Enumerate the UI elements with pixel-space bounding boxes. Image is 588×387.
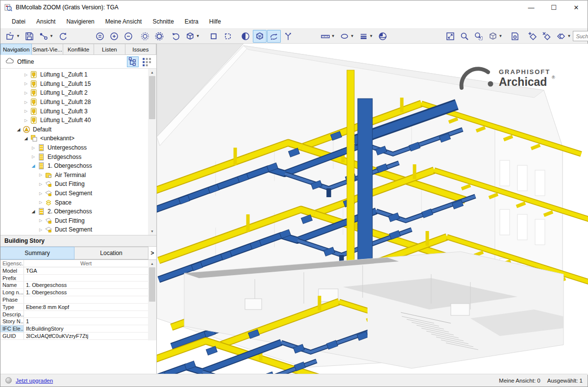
tree-item-l-ftung-l-zuluft-1[interactable]: ▷Lüftung L_Zuluft 1: [0, 70, 156, 79]
tree-item-l-ftung-l-zuluft-2[interactable]: ▷Lüftung L_Zuluft 2: [0, 88, 156, 98]
measure-button[interactable]: ▼: [318, 30, 337, 43]
save-viewpoint-button[interactable]: [508, 30, 522, 43]
orbit-button[interactable]: [267, 30, 281, 43]
scroll-thumb[interactable]: [149, 267, 155, 302]
tree-scrollbar[interactable]: ▲ ▼: [148, 69, 156, 235]
close-button[interactable]: ✕: [565, 0, 588, 14]
spotlight-button[interactable]: [138, 30, 152, 43]
grid-view-button[interactable]: [141, 56, 152, 67]
minimize-button[interactable]: —: [520, 0, 542, 14]
section-cube-button[interactable]: [239, 30, 252, 43]
expand-arrow-icon[interactable]: ▷: [30, 155, 37, 159]
tree-item-untergeschoss[interactable]: ▷Untergeschoss: [0, 143, 156, 153]
connection-button[interactable]: ▼: [37, 30, 55, 43]
expand-arrow-icon[interactable]: ▷: [37, 182, 44, 186]
panel-tab-summary[interactable]: Summary: [0, 247, 74, 259]
expand-arrow-icon[interactable]: ▷: [23, 118, 29, 123]
search-input[interactable]: [573, 31, 588, 41]
tree-item-l-ftung-l-zuluft-28[interactable]: ▷Lüftung L_Zuluft 28: [0, 98, 156, 107]
tab-smart-vie-[interactable]: Smart-Vie...: [32, 44, 63, 55]
expand-arrow-icon[interactable]: ▷: [23, 73, 29, 77]
tree-item-duct-segment[interactable]: ▷Duct Segment: [0, 189, 156, 198]
hide-smartview-button[interactable]: [540, 30, 554, 43]
sphere-view-button[interactable]: [376, 30, 390, 43]
tree-item-default[interactable]: ◢Default: [0, 125, 156, 134]
tree-item-2-obergeschoss[interactable]: ◢2. Obergeschoss: [0, 207, 156, 216]
line-weight-button[interactable]: ▼: [357, 30, 375, 43]
property-row-prefix[interactable]: Prefix: [0, 275, 148, 282]
zoom-window-button[interactable]: [458, 30, 471, 43]
refresh-button[interactable]: [56, 30, 70, 43]
tab-navigation[interactable]: Navigation: [0, 44, 32, 55]
zoom-in-button[interactable]: [107, 30, 121, 43]
clip-box-button[interactable]: [207, 30, 220, 43]
add-smartview-button[interactable]: [526, 30, 539, 43]
property-row-type[interactable]: TypeEbene:8 mm Kopf: [0, 304, 148, 311]
panel-more-button[interactable]: >: [148, 247, 156, 259]
tree-item-erdgeschoss[interactable]: ▷Erdgeschoss: [0, 152, 156, 161]
3d-viewport[interactable]: GRAPHISOFT Archicad ®: [157, 44, 588, 375]
property-row-story-n-[interactable]: Story N...1: [0, 318, 148, 325]
3d-model-canvas[interactable]: GRAPHISOFT Archicad ®: [157, 44, 588, 375]
dropdown-caret-icon[interactable]: ▼: [369, 34, 373, 38]
expand-arrow-icon[interactable]: ▷: [37, 191, 44, 196]
tree-item-duct-fitting[interactable]: ▷Duct Fitting: [0, 216, 156, 226]
dropdown-caret-icon[interactable]: ▼: [16, 34, 20, 38]
dropdown-caret-icon[interactable]: ▼: [331, 34, 335, 38]
fit-view-button[interactable]: [443, 30, 457, 43]
dropdown-caret-icon[interactable]: ▼: [49, 34, 53, 38]
tab-konflikte[interactable]: Konflikte: [63, 44, 94, 55]
tab-issues[interactable]: Issues: [125, 44, 156, 55]
panel-tab-location[interactable]: Location: [74, 247, 148, 259]
tree-item-1-obergeschoss[interactable]: ◢1. Obergeschoss: [0, 161, 156, 171]
annotate-ellipse-button[interactable]: ▼: [338, 30, 356, 43]
property-row-descrip-[interactable]: Descrip...: [0, 311, 148, 318]
scroll-thumb[interactable]: [149, 76, 155, 119]
spotlight-strong-button[interactable]: [152, 30, 166, 43]
zoom-out-button[interactable]: [122, 30, 135, 43]
collapse-arrow-icon[interactable]: ◢: [23, 136, 29, 141]
menu-hilfe[interactable]: Hilfe: [204, 16, 226, 27]
rotate-left-button[interactable]: [169, 30, 183, 43]
wireframe-cube-button[interactable]: [253, 30, 267, 43]
tree-item-duct-segment[interactable]: ▷Duct Segment: [0, 225, 156, 234]
property-row-phase[interactable]: Phase: [0, 296, 148, 304]
property-row-guid[interactable]: GUID3ICxUAQtfC0uKVzryF7Ztj: [0, 333, 148, 340]
menu-schnitte[interactable]: Schnitte: [147, 16, 179, 27]
collapse-arrow-icon[interactable]: ◢: [15, 127, 22, 132]
property-scrollbar[interactable]: ▲: [148, 260, 156, 340]
tree-item-space[interactable]: ▷Space: [0, 198, 156, 207]
property-row-model[interactable]: ModelTGA: [0, 267, 148, 275]
dropdown-caret-icon[interactable]: ▼: [196, 34, 200, 38]
expand-arrow-icon[interactable]: ▷: [23, 81, 29, 86]
menu-navigieren[interactable]: Navigieren: [61, 16, 99, 27]
scroll-up-icon[interactable]: ▲: [148, 260, 156, 267]
property-row-name[interactable]: Name1. Obergeschoss: [0, 282, 148, 289]
save-button[interactable]: [23, 30, 36, 43]
clear-smartview-button[interactable]: ▼: [554, 30, 573, 43]
menu-datei[interactable]: Datei: [6, 16, 31, 27]
open-model-button[interactable]: ▼: [3, 30, 22, 43]
views-cube-button[interactable]: ▼: [183, 30, 202, 43]
dropdown-caret-icon[interactable]: ▼: [350, 34, 354, 38]
collapse-arrow-icon[interactable]: ◢: [30, 209, 37, 214]
scroll-up-icon[interactable]: ▲: [148, 69, 156, 76]
tree-item-l-ftung-l-zuluft-3[interactable]: ▷Lüftung L_Zuluft 3: [0, 106, 156, 116]
expand-arrow-icon[interactable]: ▷: [23, 91, 29, 95]
upgrade-link[interactable]: Jetzt upgraden: [16, 378, 53, 384]
expand-arrow-icon[interactable]: ▷: [37, 218, 44, 223]
tree-item-l-ftung-l-zuluft-15[interactable]: ▷Lüftung L_Zuluft 15: [0, 79, 156, 89]
expand-arrow-icon[interactable]: ▷: [30, 146, 37, 150]
zoom-selection-button[interactable]: [472, 30, 486, 43]
property-row-long-n-[interactable]: Long n...1. Obergeschoss: [0, 289, 148, 296]
expand-arrow-icon[interactable]: ▷: [23, 109, 29, 113]
collapse-arrow-icon[interactable]: ◢: [30, 163, 37, 168]
scroll-down-icon[interactable]: ▼: [148, 228, 156, 235]
walk-button[interactable]: [281, 30, 295, 43]
tree-view-button[interactable]: [127, 56, 139, 67]
zoom-extents-button[interactable]: [93, 30, 107, 43]
tree-item-air-terminal[interactable]: ▷Air Terminal: [0, 171, 156, 180]
menu-ansicht[interactable]: Ansicht: [31, 16, 61, 27]
maximize-button[interactable]: ☐: [542, 0, 565, 14]
dropdown-caret-icon[interactable]: ▼: [499, 34, 503, 38]
